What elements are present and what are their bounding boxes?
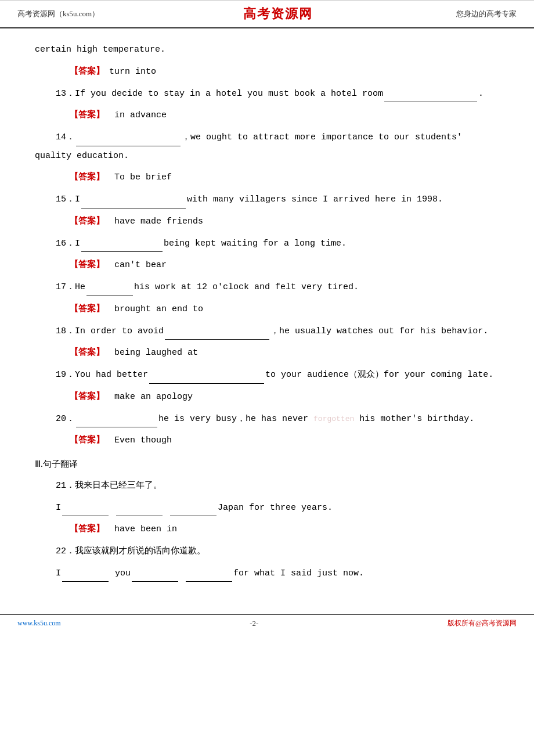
intro-text: certain high temperature. — [35, 45, 165, 55]
header-left: 高考资源网（ks5u.com） — [17, 9, 99, 19]
answer-bracket-13: 【答案】 — [70, 106, 104, 123]
answer-text-17: brought an end to — [109, 301, 203, 318]
answer-bracket-20: 【答案】 — [70, 431, 104, 448]
header-center: 高考资源网 — [243, 5, 313, 23]
item-16: 16．I being kept waiting for a long time. — [35, 234, 499, 253]
answer-bracket-15: 【答案】 — [70, 212, 104, 229]
answer-text-20: Even though — [109, 432, 172, 449]
answer-text-13: in advance — [109, 107, 167, 124]
answer-bracket-0: 【答案】 — [70, 62, 104, 80]
page-wrapper: 高考资源网（ks5u.com） 高考资源网 您身边的高考专家 certain h… — [0, 0, 534, 632]
blank-17 — [86, 279, 133, 296]
page-header: 高考资源网（ks5u.com） 高考资源网 您身边的高考专家 — [0, 0, 534, 28]
answer-text-15: have made friends — [109, 213, 203, 231]
blank-13 — [384, 85, 477, 103]
main-content: certain high temperature. 【答案】 turn into… — [0, 28, 534, 603]
item-13-text: 13．If you decide to stay in a hotel you … — [35, 89, 484, 99]
item-18: 18．In order to avoid ，he usually watches… — [35, 322, 499, 340]
answer-block-21: 【答案】 have been in — [70, 520, 499, 538]
item-15-text: 15．I with many villagers since I arrived… — [35, 195, 443, 204]
answer-bracket-21: 【答案】 — [70, 520, 104, 537]
blank-16 — [81, 235, 163, 253]
answer-text-21: have been in — [109, 521, 177, 538]
section-iii-title: Ⅲ.句子翻译 — [35, 459, 78, 469]
item-22-english: I you for what I said just now. — [35, 564, 499, 582]
blank-22-3 — [186, 565, 232, 582]
answer-text-16: can't bear — [109, 257, 167, 274]
footer-center: -2- — [250, 619, 258, 628]
item-19-text: 19．You had better to your audience（观众）fo… — [35, 370, 493, 380]
footer-left: www.ks5u.com — [17, 619, 61, 628]
page-footer: www.ks5u.com -2- 版权所有@高考资源网 — [0, 614, 534, 632]
blank-15 — [81, 191, 186, 208]
blank-14 — [76, 129, 181, 146]
answer-bracket-19: 【答案】 — [70, 387, 104, 405]
item-14-text: 14． ，we ought to attract more importance… — [35, 132, 462, 161]
item-21-english-text: I Japan for three years. — [35, 503, 333, 513]
intro-block: certain high temperature. — [35, 40, 499, 59]
item-22-english-text: I you for what I said just now. — [35, 568, 364, 578]
item-13: 13．If you decide to stay in a hotel you … — [35, 84, 499, 103]
answer-text-0: turn into — [109, 63, 156, 81]
answer-block-0: 【答案】 turn into — [70, 62, 499, 81]
item-14: 14． ，we ought to attract more importance… — [35, 128, 499, 164]
answer-block-20: 【答案】 Even though — [70, 431, 499, 449]
answer-block-19: 【答案】 make an apology — [70, 387, 499, 406]
item-20: 20． he is very busy，he has never forgott… — [35, 409, 499, 428]
answer-bracket-17: 【答案】 — [70, 300, 104, 317]
section-iii-block: Ⅲ.句子翻译 — [35, 455, 499, 473]
item-21-english: I Japan for three years. — [35, 498, 499, 517]
answer-bracket-14: 【答案】 — [70, 168, 104, 185]
item-17: 17．He his work at 12 o'clock and felt ve… — [35, 278, 499, 296]
answer-text-18: being laughed at — [109, 344, 198, 362]
item-16-text: 16．I being kept waiting for a long time. — [35, 239, 347, 249]
item-15: 15．I with many villagers since I arrived… — [35, 190, 499, 208]
blank-22-1 — [62, 565, 109, 582]
blank-21-2 — [116, 499, 163, 517]
item-17-text: 17．He his work at 12 o'clock and felt ve… — [35, 282, 359, 292]
blank-22-2 — [132, 565, 178, 582]
blank-21-3 — [170, 499, 217, 517]
blank-20 — [76, 411, 157, 428]
blank-19 — [149, 366, 264, 384]
item-18-text: 18．In order to avoid ，he usually watches… — [35, 326, 488, 336]
item-21-chinese: 21．我来日本已经三年了。 — [35, 481, 162, 491]
item-20-text: 20． he is very busy，he has never forgott… — [35, 414, 474, 424]
answer-text-14: To be brief — [109, 169, 172, 186]
footer-right: 版权所有@高考资源网 — [448, 618, 517, 628]
answer-block-16: 【答案】 can't bear — [70, 255, 499, 274]
blank-18 — [165, 323, 269, 340]
answer-block-17: 【答案】 brought an end to — [70, 300, 499, 318]
watermark-text: forgotten — [313, 415, 354, 423]
blank-21-1 — [62, 499, 109, 517]
answer-block-13: 【答案】 in advance — [70, 106, 499, 124]
header-right: 您身边的高考专家 — [456, 9, 517, 19]
answer-block-15: 【答案】 have made friends — [70, 212, 499, 231]
answer-bracket-18: 【答案】 — [70, 343, 104, 361]
item-22-chinese: 22．我应该就刚才所说的话向你道歉。 — [35, 546, 205, 556]
answer-block-14: 【答案】 To be brief — [70, 168, 499, 186]
item-19: 19．You had better to your audience（观众）fo… — [35, 365, 499, 384]
answer-text-19: make an apology — [109, 388, 193, 406]
item-21: 21．我来日本已经三年了。 — [35, 476, 499, 495]
answer-block-18: 【答案】 being laughed at — [70, 343, 499, 362]
answer-bracket-16: 【答案】 — [70, 255, 104, 273]
item-22: 22．我应该就刚才所说的话向你道歉。 — [35, 542, 499, 560]
